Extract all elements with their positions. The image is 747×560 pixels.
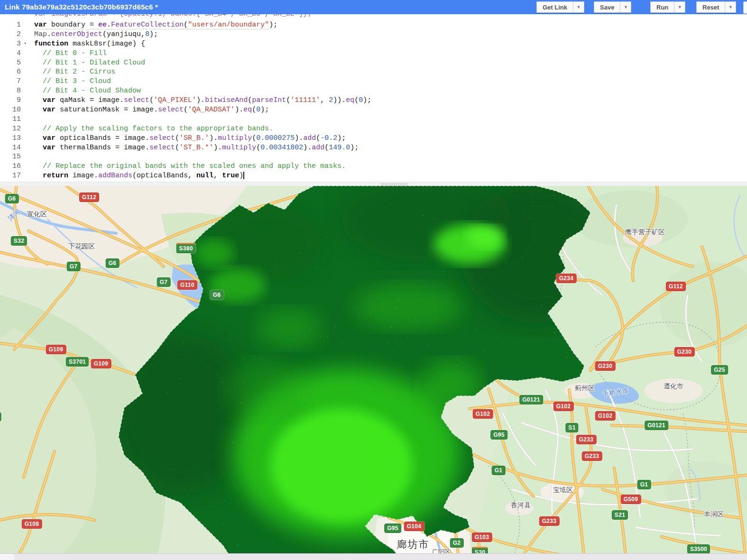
line-number: 1 bbox=[0, 20, 28, 30]
panel-divider bbox=[0, 182, 747, 186]
code-line[interactable]: 4 // Bit 0 - Fill bbox=[0, 49, 747, 58]
road-shield: G95 bbox=[384, 523, 401, 533]
save-split-button: Save ▼ bbox=[594, 1, 631, 13]
reset-split-button: Reset ▼ bbox=[696, 1, 736, 13]
road-shield: S32 bbox=[11, 236, 27, 246]
script-link-title: Link 79ab3e79a32c5120c3cb70b6937d65c6 * bbox=[5, 0, 158, 14]
get-link-split-button: Get Link ▼ bbox=[536, 1, 584, 13]
earth-engine-code-editor: { "toolbar": { "title": "Link 79ab3e79a3… bbox=[0, 0, 747, 560]
code-editor[interactable]: var imageVisParam = {opacity:1, bands:['… bbox=[0, 14, 747, 182]
line-number: 8 bbox=[0, 86, 28, 96]
code-line[interactable]: 15 bbox=[0, 152, 747, 162]
road-shield: G103 bbox=[472, 532, 492, 542]
line-number: 12 bbox=[0, 124, 28, 134]
line-number: 3▾ bbox=[0, 39, 28, 49]
road-shield: G109 bbox=[46, 345, 66, 354]
place-label: 蓟州区 bbox=[575, 384, 595, 393]
divider-drag-handle[interactable] bbox=[380, 183, 408, 185]
get-link-button[interactable]: Get Link bbox=[536, 1, 573, 13]
road-shield: G110 bbox=[177, 280, 197, 290]
code-line[interactable]: 2Map.centerObject(yanjiuqu,8); bbox=[0, 30, 747, 39]
place-label: 下花园区 bbox=[68, 242, 95, 251]
line-number: 6 bbox=[0, 67, 28, 77]
road-shield: G7 bbox=[67, 262, 81, 271]
road-shield: G0121 bbox=[645, 421, 668, 430]
line-number: 14 bbox=[0, 143, 28, 153]
line-number: 4 bbox=[0, 49, 28, 58]
top-toolbar: Link 79ab3e79a32c5120c3cb70b6937d65c6 * … bbox=[0, 0, 747, 14]
run-button[interactable]: Run bbox=[650, 1, 674, 13]
road-shield: G95 bbox=[490, 430, 507, 440]
road-shield: G104 bbox=[404, 522, 424, 531]
road-shield: G0121 bbox=[519, 395, 543, 404]
chevron-down-icon: ▼ bbox=[624, 5, 628, 9]
line-number: 11 bbox=[0, 115, 28, 124]
place-label: 鹰手营子矿区 bbox=[625, 228, 665, 237]
code-line[interactable]: 8 // Bit 4 - Cloud Shadow bbox=[0, 86, 747, 96]
code-line[interactable]: 7 // Bit 3 - Cloud bbox=[0, 77, 747, 86]
line-number: 16 bbox=[0, 162, 28, 171]
reset-button[interactable]: Reset bbox=[696, 1, 725, 13]
save-button[interactable]: Save bbox=[594, 1, 620, 13]
code-line[interactable]: 14 var thermalBands = image.select('ST_B… bbox=[0, 143, 747, 153]
road-shield: G509 bbox=[621, 495, 641, 504]
chevron-down-icon: ▼ bbox=[729, 5, 733, 9]
code-line[interactable]: 10 var saturationMask = image.select('QA… bbox=[0, 105, 747, 115]
road-shield: G6 bbox=[5, 194, 19, 203]
road-shield: S3500 bbox=[687, 544, 710, 554]
road-shield: G230 bbox=[674, 347, 695, 357]
road-shield: G102 bbox=[595, 411, 616, 421]
line-number: 5 bbox=[0, 58, 28, 68]
road-shield: G1 bbox=[637, 480, 651, 489]
road-shield: G7 bbox=[157, 277, 171, 287]
road-shield: G230 bbox=[595, 361, 616, 371]
road-shield: G102 bbox=[473, 409, 493, 419]
chevron-down-icon: ▼ bbox=[678, 5, 682, 9]
run-split-button: Run ▼ bbox=[650, 1, 685, 13]
water-label: 于桥水库 bbox=[602, 386, 629, 399]
road-shield: G234 bbox=[556, 274, 577, 283]
road-shield: S380 bbox=[176, 243, 195, 253]
line-number: 7 bbox=[0, 77, 28, 86]
place-label: 香河县 bbox=[511, 501, 531, 510]
place-label: 丰润区 bbox=[704, 510, 724, 519]
run-dropdown-button[interactable]: ▼ bbox=[674, 1, 685, 13]
code-line[interactable]: 9 var qaMask = image.select('QA_PIXEL').… bbox=[0, 96, 747, 105]
fold-arrow-icon[interactable]: ▾ bbox=[24, 39, 27, 49]
road-shield: G2 bbox=[450, 538, 464, 548]
code-line[interactable]: 13 var opticalBands = image.select('SR_B… bbox=[0, 134, 747, 143]
code-line[interactable]: 17 return image.addBands(opticalBands, n… bbox=[0, 171, 747, 181]
code-line[interactable]: 1var boundary = ee.FeatureCollection("us… bbox=[0, 20, 747, 30]
road-shield: G1 bbox=[492, 466, 506, 475]
line-number: 15 bbox=[0, 152, 28, 162]
road-shield: G233 bbox=[539, 516, 560, 526]
map-panel[interactable]: G6G112S32S380G6G7G7G110G6G109S3701G109G6… bbox=[0, 186, 747, 560]
get-link-dropdown-button[interactable]: ▼ bbox=[573, 1, 584, 13]
code-line[interactable]: 5 // Bit 1 - Dilated Cloud bbox=[0, 58, 747, 68]
road-shield: G112 bbox=[666, 282, 686, 291]
save-dropdown-button[interactable]: ▼ bbox=[620, 1, 631, 13]
road-shield: G109 bbox=[91, 359, 111, 368]
road-shield: S3701 bbox=[66, 357, 89, 367]
reset-dropdown-button[interactable]: ▼ bbox=[725, 1, 736, 13]
code-line[interactable]: 12 // Apply the scaling factors to the a… bbox=[0, 124, 747, 134]
line-number: 13 bbox=[0, 134, 28, 143]
bottom-bar-corner bbox=[0, 554, 14, 560]
road-shield: S1 bbox=[565, 423, 578, 432]
road-shield: G233 bbox=[576, 435, 597, 444]
map-labels: G6G112S32S380G6G7G7G110G6G109S3701G109G6… bbox=[0, 186, 747, 560]
code-line[interactable]: 3▾function maskL8sr(image) { bbox=[0, 39, 747, 49]
line-number: 9 bbox=[0, 96, 28, 105]
road-shield: G6 bbox=[106, 258, 120, 268]
code-line[interactable]: 16 // Replace the original bands with th… bbox=[0, 162, 747, 171]
place-label: 遵化市 bbox=[664, 382, 683, 391]
water-label: 洋河 bbox=[6, 208, 22, 223]
partial-button-edge[interactable] bbox=[743, 1, 747, 14]
road-shield: G6 bbox=[0, 412, 1, 422]
clipped-code-line: var imageVisParam = {opacity:1, bands:['… bbox=[0, 14, 747, 20]
chevron-down-icon: ▼ bbox=[577, 5, 581, 9]
road-shield: S21 bbox=[612, 510, 628, 520]
code-line[interactable]: 6 // Bit 2 - Cirrus bbox=[0, 67, 747, 77]
code-line[interactable]: 11 bbox=[0, 115, 747, 124]
place-label: 廊坊市 bbox=[397, 538, 430, 551]
